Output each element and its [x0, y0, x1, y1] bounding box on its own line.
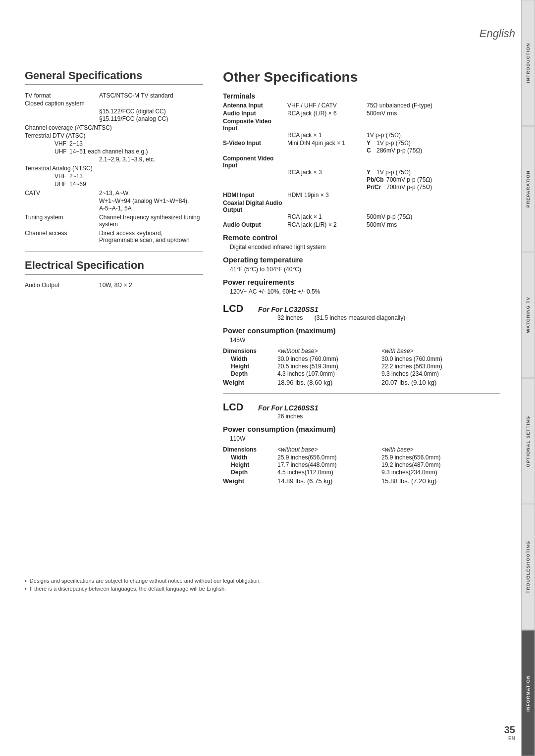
- tab-information[interactable]: INFORMATION: [521, 630, 535, 756]
- component-y-value: 1V p-p (75Ω): [376, 169, 411, 176]
- lcd-260-model-label: LCD: [223, 402, 243, 413]
- tab-introduction[interactable]: INTRODUCTION: [521, 0, 535, 126]
- lcd-320-size: 32 inches (31.5 inches measured diagonal…: [223, 314, 500, 321]
- lcd-320-model-name: For LC320SS1: [271, 305, 319, 313]
- component-pb-value: 700mV p-p (75Ω): [386, 176, 432, 183]
- lcd-320-block: LCD For For LC320SS1 32 inches (31.5 inc…: [223, 303, 500, 321]
- dim-260-depth-with-base: 9.3 inches(234.0mm): [381, 469, 437, 476]
- power-consumption-260-block: Power consumption (maximum) 110W: [223, 425, 500, 442]
- svideo-c-value: 286mV p-p (75Ω): [376, 147, 422, 154]
- spec-row-uhf-dtv: UHF 14~51 each channel has e.g.): [25, 148, 203, 155]
- two-columns: General Specifications TV format ATSC/NT…: [25, 69, 500, 489]
- component-video-label: Component Video Input: [223, 155, 287, 169]
- dim-320-weight-with-base: 20.07 lbs. (9.10 kg): [381, 379, 436, 386]
- audio-output-row: Audio Output RCA jack (L/R) × 2 500mV rm…: [223, 221, 500, 228]
- spec-value-tuning: Channel frequency synthesized tuning sys…: [99, 214, 203, 228]
- lcd-260-model-name: For LC260SS1: [271, 404, 319, 412]
- dim-260-weight-no-base: 14.89 lbs. (6.75 kg): [277, 477, 381, 485]
- spec-value-terrestrial-analog: Terrestrial Analog (NTSC): [25, 165, 203, 172]
- tab-troubleshooting[interactable]: TROUBLESHOOTING: [521, 504, 535, 630]
- component-pr-row: Pr/Cr 700mV p-p (75Ω): [223, 184, 500, 191]
- dim-260-depth-row: Depth 4.5 inches(112.0mm) 9.3 inches(234…: [223, 469, 500, 476]
- dim-320-width-no-base: 30.0 inches (760.0mm): [277, 355, 381, 362]
- tab-watching-tv[interactable]: WATCHING TV: [521, 252, 535, 378]
- svideo-y-value: 1V p-p (75Ω): [376, 140, 411, 147]
- spec-indent-catv-2: A-5~A-1, 5A: [25, 205, 203, 212]
- spec-label-uhf-analog: UHF: [25, 181, 69, 188]
- composite-video-label-row: Composite Video Input: [223, 118, 500, 132]
- dim-260-height-row: Height 17.7 inches(448.0mm) 19.2 inches(…: [223, 461, 500, 468]
- spec-indent-catv-1: W+1~W+94 (analog W+1~W+84),: [25, 198, 203, 204]
- component-video-space: [223, 169, 287, 176]
- component-pr-label: Pr/Cr: [367, 184, 386, 191]
- dim-260-height-no-base: 17.7 inches(448.0mm): [277, 461, 381, 468]
- dim-320-width-label: Width: [223, 355, 277, 362]
- language-label: English: [480, 27, 515, 40]
- general-specs-title: General Specifications: [25, 69, 203, 85]
- tab-optional-setting[interactable]: OPTIONAL SETTING: [521, 378, 535, 504]
- footnotes: • Designs and specifications are subject…: [25, 578, 500, 592]
- spec-value-vhf-dtv: 2~13: [69, 140, 203, 147]
- spec-value-closed-caption: [99, 100, 203, 107]
- svideo-row: S-Video Input Mini DIN 4pin jack × 1 Y 1…: [223, 140, 500, 147]
- spec-value-channel-access: Direct access keyboard, Programmable sca…: [99, 230, 203, 244]
- dim-320-height-label: Height: [223, 363, 277, 370]
- dim-260-width-no-base: 25.9 inches(656.0mm): [277, 454, 381, 461]
- spec-value-vhf-analog: 2~13: [69, 173, 203, 180]
- component-video-row: RCA jack × 3 Y 1V p-p (75Ω): [223, 169, 500, 176]
- audio-output-unit: 500mV rms: [367, 221, 397, 228]
- spec-row-terrestrial-dtv: Terrestrial DTV (ATSC): [25, 132, 203, 139]
- spec-value-uhf-analog: 14~69: [69, 181, 203, 188]
- spec-value-uhf-dtv: 14~51 each channel has e.g.): [69, 148, 203, 155]
- divider-2: [223, 393, 500, 394]
- dim-260-weight-label: Weight: [223, 477, 277, 485]
- svideo-y-label: Y: [367, 140, 376, 147]
- dim-320-weight-no-base: 18.96 lbs. (8.60 kg): [277, 379, 381, 386]
- spec-label-closed-caption: Closed caption system: [25, 100, 99, 107]
- audio-input-value: RCA jack (L/R) × 6: [287, 110, 367, 117]
- right-column: Other Specifications Terminals Antenna I…: [223, 69, 500, 489]
- component-pr-value: 700mV p-p (75Ω): [386, 184, 432, 191]
- power-consumption-260-value: 110W: [223, 435, 500, 442]
- composite-video-unit: 1V p-p (75Ω): [367, 132, 401, 139]
- lcd-260-block: LCD For For LC260SS1 26 inches: [223, 402, 500, 420]
- power-req-value: 120V~ AC +/- 10%, 60Hz +/- 0.5%: [223, 288, 500, 295]
- lcd-320-size-detail: (31.5 inches measured diagonally): [315, 314, 405, 321]
- spec-row-closed-caption: Closed caption system: [25, 100, 203, 107]
- other-specs-title: Other Specifications: [223, 69, 500, 85]
- svideo-label: S-Video Input: [223, 140, 287, 147]
- hdmi-label: HDMI Input: [223, 192, 287, 199]
- dimensions-320-header: Dimensions <without base> <with base>: [223, 348, 500, 354]
- svideo-value: Mini DIN 4pin jack × 1: [287, 140, 367, 147]
- spec-value-tv-format: ATSC/NTSC-M TV standard: [99, 92, 203, 99]
- footnote-2-text: If there is a discrepancy between langua…: [30, 586, 226, 592]
- spec-row-tv-format: TV format ATSC/NTSC-M TV standard: [25, 92, 203, 99]
- dim-320-depth-row: Depth 4.3 inches (107.0mm) 9.3 inches (2…: [223, 370, 500, 377]
- audio-input-unit: 500mV rms: [367, 110, 397, 117]
- component-video-label-row: Component Video Input: [223, 155, 500, 169]
- dimensions-320-label: Dimensions: [223, 348, 277, 354]
- dim-260-depth-no-base: 4.5 inches(112.0mm): [277, 469, 381, 476]
- spec-indent-uhf-eg: 2.1~2.9, 3.1~3.9, etc.: [25, 156, 203, 163]
- dimensions-320-spacer: [367, 348, 381, 354]
- dim-260-weight-row: Weight 14.89 lbs. (6.75 kg) 15.88 lbs. (…: [223, 477, 500, 485]
- audio-input-row: Audio Input RCA jack (L/R) × 6 500mV rms: [223, 110, 500, 117]
- lcd-260-size: 26 inches: [223, 413, 500, 420]
- power-req-subtitle: Power requirements: [223, 278, 500, 286]
- spec-value-catv: 2~13, A~W,: [99, 190, 203, 197]
- dim-260-height-with-base: 19.2 inches(487.0mm): [381, 461, 440, 468]
- power-req-block: Power requirements 120V~ AC +/- 10%, 60H…: [223, 278, 500, 295]
- page-number-sub: EN: [504, 736, 515, 741]
- spec-label-tuning: Tuning system: [25, 214, 99, 228]
- dim-260-weight-with-base: 15.88 lbs. (7.20 kg): [381, 477, 436, 485]
- spec-indent-fcc-digital: §15.122/FCC (digital CC): [25, 108, 203, 115]
- tab-preparation[interactable]: PREPARATION: [521, 126, 535, 252]
- operating-temp-subtitle: Operating temperature: [223, 255, 500, 264]
- dim-320-depth-no-base: 4.3 inches (107.0mm): [277, 370, 381, 377]
- operating-temp-block: Operating temperature 41°F (5°C) to 104°…: [223, 255, 500, 273]
- page-container: INTRODUCTION PREPARATION WATCHING TV OPT…: [0, 0, 535, 756]
- svideo-c-label: C: [367, 147, 376, 154]
- lcd-260-title: LCD For For LC260SS1: [223, 402, 500, 413]
- dim-260-depth-label: Depth: [223, 469, 277, 476]
- dim-320-height-no-base: 20.5 inches (519.3mm): [277, 363, 381, 370]
